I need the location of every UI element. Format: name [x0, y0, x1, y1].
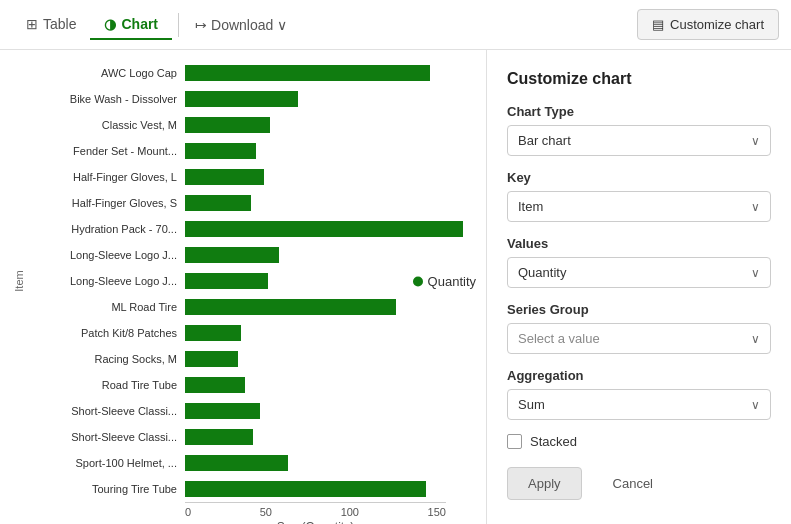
chart-type-group: Chart Type Bar chart ∨	[507, 104, 771, 156]
download-label: Download	[211, 17, 273, 33]
key-value: Item	[518, 199, 543, 214]
bar-container	[185, 429, 486, 445]
values-group: Values Quantity ∨	[507, 236, 771, 288]
chart-tab-label: Chart	[121, 16, 158, 32]
bar-row: Short-Sleeve Classi...	[30, 399, 486, 423]
bar-label: Hydration Pack - 70...	[30, 223, 185, 235]
toolbar: ⊞ Table ◑ Chart ↦ Download ∨ ▤ Customize…	[0, 0, 791, 50]
bar-container	[185, 221, 486, 237]
chart-type-chevron-icon: ∨	[751, 134, 760, 148]
customize-icon: ▤	[652, 17, 664, 32]
series-group-select[interactable]: Select a value ∨	[507, 323, 771, 354]
bar	[185, 143, 256, 159]
legend-dot	[413, 276, 423, 286]
key-group: Key Item ∨	[507, 170, 771, 222]
bar-row: Fender Set - Mount...	[30, 139, 486, 163]
bar-container	[185, 169, 486, 185]
customize-panel: Customize chart Chart Type Bar chart ∨ K…	[486, 50, 791, 524]
bar-row: Bike Wash - Dissolver	[30, 87, 486, 111]
bar-container	[185, 91, 486, 107]
chart-type-value: Bar chart	[518, 133, 571, 148]
bar-row: Racing Socks, M	[30, 347, 486, 371]
series-group-value: Select a value	[518, 331, 600, 346]
x-axis-ticks: 050100150	[185, 502, 446, 518]
bar	[185, 247, 279, 263]
bar-container	[185, 195, 486, 211]
chart-type-label: Chart Type	[507, 104, 771, 119]
chart-icon: ◑	[104, 16, 116, 32]
bar-label: Racing Socks, M	[30, 353, 185, 365]
action-row: Apply Cancel	[507, 467, 771, 500]
bar	[185, 455, 288, 471]
panel-title: Customize chart	[507, 70, 771, 88]
key-label: Key	[507, 170, 771, 185]
series-group-label: Series Group	[507, 302, 771, 317]
values-label: Values	[507, 236, 771, 251]
toolbar-left: ⊞ Table ◑ Chart ↦ Download ∨	[12, 10, 297, 40]
bar-container	[185, 247, 486, 263]
bar	[185, 299, 396, 315]
download-button[interactable]: ↦ Download ∨	[185, 11, 297, 39]
x-axis-tick: 150	[428, 506, 446, 518]
key-chevron-icon: ∨	[751, 200, 760, 214]
bar	[185, 117, 270, 133]
cancel-button[interactable]: Cancel	[592, 467, 674, 500]
tab-table[interactable]: ⊞ Table	[12, 10, 90, 40]
bar-row: Patch Kit/8 Patches	[30, 321, 486, 345]
bar	[185, 221, 463, 237]
values-select[interactable]: Quantity ∨	[507, 257, 771, 288]
bar	[185, 325, 241, 341]
x-axis-title: Sum(Quantity)	[185, 520, 446, 524]
stacked-checkbox[interactable]	[507, 434, 522, 449]
customize-chart-button[interactable]: ▤ Customize chart	[637, 9, 779, 40]
bar-row: Road Tire Tube	[30, 373, 486, 397]
bar-container	[185, 351, 486, 367]
chart-legend: Quantity	[413, 274, 476, 289]
bar-row: Sport-100 Helmet, ...	[30, 451, 486, 475]
bar-label: Half-Finger Gloves, L	[30, 171, 185, 183]
toolbar-divider	[178, 13, 179, 37]
download-chevron-icon: ∨	[277, 17, 287, 33]
chart-type-select[interactable]: Bar chart ∨	[507, 125, 771, 156]
bar-row: Hydration Pack - 70...	[30, 217, 486, 241]
x-axis-tick: 100	[341, 506, 359, 518]
bar-container	[185, 143, 486, 159]
bar-container	[185, 481, 486, 497]
aggregation-value: Sum	[518, 397, 545, 412]
customize-label: Customize chart	[670, 17, 764, 32]
bar-label: Patch Kit/8 Patches	[30, 327, 185, 339]
bar-container	[185, 403, 486, 419]
table-tab-label: Table	[43, 16, 76, 32]
aggregation-group: Aggregation Sum ∨	[507, 368, 771, 420]
bar-row: Short-Sleeve Classi...	[30, 425, 486, 449]
x-axis-tick: 50	[260, 506, 272, 518]
bar-row: Touring Tire Tube	[30, 477, 486, 501]
bar-row: Long-Sleeve Logo J...	[30, 243, 486, 267]
legend-label: Quantity	[428, 274, 476, 289]
aggregation-select[interactable]: Sum ∨	[507, 389, 771, 420]
aggregation-chevron-icon: ∨	[751, 398, 760, 412]
values-value: Quantity	[518, 265, 566, 280]
stacked-row: Stacked	[507, 434, 771, 449]
bar-container	[185, 377, 486, 393]
bar	[185, 65, 430, 81]
tab-chart[interactable]: ◑ Chart	[90, 10, 172, 40]
bar-row: ML Road Tire	[30, 295, 486, 319]
bar-label: Fender Set - Mount...	[30, 145, 185, 157]
values-chevron-icon: ∨	[751, 266, 760, 280]
bar-row: Half-Finger Gloves, S	[30, 191, 486, 215]
series-group-group: Series Group Select a value ∨	[507, 302, 771, 354]
apply-button[interactable]: Apply	[507, 467, 582, 500]
bar-label: Classic Vest, M	[30, 119, 185, 131]
bar-label: Long-Sleeve Logo J...	[30, 275, 185, 287]
main-content: Item AWC Logo CapBike Wash - DissolverCl…	[0, 50, 791, 524]
bar	[185, 273, 268, 289]
bar-label: Half-Finger Gloves, S	[30, 197, 185, 209]
bar-row: AWC Logo Cap	[30, 61, 486, 85]
bar-label: Sport-100 Helmet, ...	[30, 457, 185, 469]
bar	[185, 481, 426, 497]
x-axis: 050100150 Sum(Quantity)	[0, 502, 486, 524]
bar-label: Short-Sleeve Classi...	[30, 405, 185, 417]
bar-container	[185, 117, 486, 133]
key-select[interactable]: Item ∨	[507, 191, 771, 222]
